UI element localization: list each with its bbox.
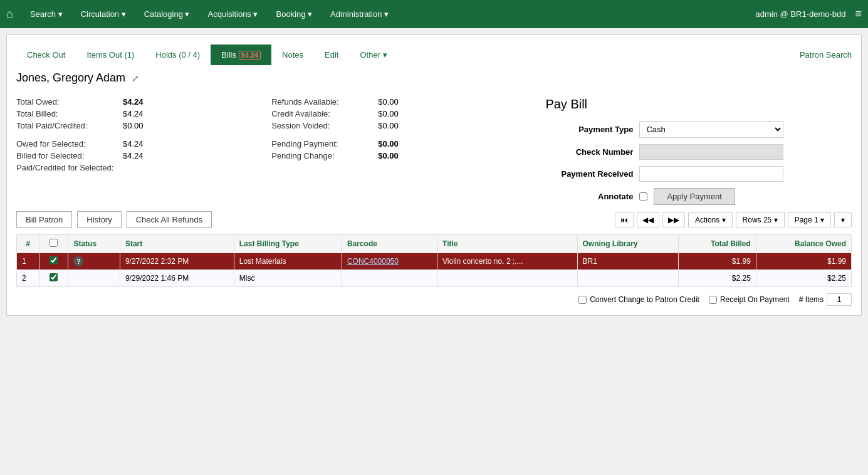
row1-checkbox[interactable] xyxy=(50,256,58,264)
bottom-row: Convert Change to Patron Credit Receipt … xyxy=(16,293,852,306)
nav-booking[interactable]: Booking ▾ xyxy=(268,3,320,25)
items-count-input[interactable] xyxy=(827,293,852,306)
table-body: 1 ? 9/27/2022 2:32 PM Lost Materials CON… xyxy=(17,253,852,287)
check-number-input[interactable] xyxy=(639,144,783,160)
payment-received-row: Payment Received xyxy=(545,166,852,182)
row1-barcode-link[interactable]: CONC4000050 xyxy=(347,257,399,266)
payment-type-row: Payment Type Cash Check Credit Card Patr… xyxy=(545,121,852,138)
payment-type-label: Payment Type xyxy=(545,125,633,134)
apply-payment-button[interactable]: Apply Payment xyxy=(654,188,735,205)
convert-change-text: Convert Change to Patron Credit xyxy=(590,295,699,304)
row2-check[interactable] xyxy=(39,270,68,287)
actions-dropdown[interactable]: Actions ▾ xyxy=(688,212,733,227)
row1-balance-owed: $1.99 xyxy=(756,253,851,270)
tab-holds[interactable]: Holds (0 / 4) xyxy=(145,44,211,65)
credit-row: Credit Available: $0.00 xyxy=(271,109,526,118)
pending-change-row: Pending Change: $0.00 xyxy=(271,151,526,160)
row2-num: 2 xyxy=(17,270,39,287)
col-check xyxy=(39,235,68,253)
row1-title: Violin concerto no. 2 ;.... xyxy=(437,253,577,270)
paid-selected-row: Paid/Credited for Selected: xyxy=(16,163,271,172)
row2-title xyxy=(437,270,577,287)
row2-balance-owed: $2.25 xyxy=(756,270,851,287)
nav-cataloging[interactable]: Cataloging ▾ xyxy=(137,3,197,25)
action-row: Bill Patron History Check All Refunds ⏮ … xyxy=(16,211,852,228)
table-row[interactable]: 1 ? 9/27/2022 2:32 PM Lost Materials CON… xyxy=(17,253,852,270)
nav-administration[interactable]: Administration ▾ xyxy=(323,3,396,25)
convert-change-label[interactable]: Convert Change to Patron Credit xyxy=(578,295,699,304)
select-all-checkbox[interactable] xyxy=(50,239,58,247)
row1-total-billed: $1.99 xyxy=(678,253,756,270)
more-dropdown[interactable]: ▾ xyxy=(834,212,852,227)
nav-search[interactable]: Search ▾ xyxy=(23,3,70,25)
patron-name: Jones, Gregory Adam xyxy=(16,71,125,85)
bills-table: # Status Start Last Billing Type Barcode… xyxy=(16,234,852,287)
nav-items: Search ▾ Circulation ▾ Cataloging ▾ Acqu… xyxy=(23,3,756,25)
total-paid-row: Total Paid/Credited: $0.00 xyxy=(16,121,271,130)
billed-selected-label: Billed for Selected: xyxy=(16,151,117,160)
total-owed-value: $4.24 xyxy=(123,97,144,107)
pay-bill-title: Pay Bill xyxy=(545,97,852,112)
tab-items-out[interactable]: Items Out (1) xyxy=(76,44,145,65)
next-page-button[interactable]: ▶▶ xyxy=(662,212,685,227)
tabs-row: Check Out Items Out (1) Holds (0 / 4) Bi… xyxy=(16,44,852,65)
receipt-label[interactable]: Receipt On Payment xyxy=(709,295,790,304)
session-voided-label: Session Voided: xyxy=(271,121,372,130)
tab-notes[interactable]: Notes xyxy=(271,44,314,65)
total-billed-row: Total Billed: $4.24 xyxy=(16,109,271,118)
billed-selected-value: $4.24 xyxy=(123,151,144,160)
first-page-button[interactable]: ⏮ xyxy=(615,212,634,227)
row1-start: 9/27/2022 2:32 PM xyxy=(120,253,234,270)
check-number-label: Check Number xyxy=(545,147,633,157)
page-dropdown[interactable]: Page 1 ▾ xyxy=(788,212,831,227)
hamburger-menu-icon[interactable]: ≡ xyxy=(855,8,862,21)
total-owed-row: Total Owed: $4.24 xyxy=(16,97,271,107)
pending-change-label: Pending Change: xyxy=(271,151,372,160)
check-all-refunds-button[interactable]: Check All Refunds xyxy=(127,211,212,228)
col-barcode: Barcode xyxy=(342,235,437,253)
row1-barcode: CONC4000050 xyxy=(342,253,437,270)
total-owed-label: Total Owed: xyxy=(16,97,117,107)
owed-selected-value: $4.24 xyxy=(123,139,144,149)
pending-payment-row: Pending Payment: $0.00 xyxy=(271,139,526,149)
owed-selected-label: Owed for Selected: xyxy=(16,139,117,149)
row1-check[interactable] xyxy=(39,253,68,270)
row2-start: 9/29/2022 1:46 PM xyxy=(120,270,234,287)
patron-search-link[interactable]: Patron Search xyxy=(800,50,852,60)
refunds-label: Refunds Available: xyxy=(271,97,372,107)
table-row[interactable]: 2 9/29/2022 1:46 PM Misc $2.25 $2.25 xyxy=(17,270,852,287)
history-button[interactable]: History xyxy=(77,211,121,228)
refunds-row: Refunds Available: $0.00 xyxy=(271,97,526,107)
nav-acquisitions[interactable]: Acquisitions ▾ xyxy=(201,3,266,25)
top-nav: ⌂ Search ▾ Circulation ▾ Cataloging ▾ Ac… xyxy=(0,0,868,28)
row2-checkbox[interactable] xyxy=(50,273,58,281)
pending-change-value: $0.00 xyxy=(378,151,399,160)
receipt-checkbox[interactable] xyxy=(709,296,717,304)
summary-paybill-section: Total Owed: $4.24 Total Billed: $4.24 To… xyxy=(16,97,852,211)
tab-other[interactable]: Other ▾ xyxy=(349,44,397,65)
annotate-checkbox[interactable] xyxy=(639,192,647,201)
total-billed-value: $4.24 xyxy=(123,109,144,118)
payment-type-select[interactable]: Cash Check Credit Card Patron Credit xyxy=(639,121,783,138)
session-voided-row: Session Voided: $0.00 xyxy=(271,121,526,130)
col-owning-library: Owning Library xyxy=(577,235,678,253)
credit-label: Credit Available: xyxy=(271,109,372,118)
expand-icon[interactable]: ⤢ xyxy=(132,73,139,83)
patron-header: Jones, Gregory Adam ⤢ xyxy=(16,71,852,85)
col-last-billing: Last Billing Type xyxy=(234,235,342,253)
bills-badge: $4.24 xyxy=(239,51,261,60)
rows-dropdown[interactable]: Rows 25 ▾ xyxy=(736,212,785,227)
nav-circulation[interactable]: Circulation ▾ xyxy=(73,3,133,25)
prev-page-button[interactable]: ◀◀ xyxy=(637,212,659,227)
tab-bills[interactable]: Bills $4.24 xyxy=(211,44,271,65)
annotate-label: Annotate xyxy=(545,192,633,201)
payment-received-input[interactable] xyxy=(639,166,783,182)
tab-check-out[interactable]: Check Out xyxy=(16,44,76,65)
credit-value: $0.00 xyxy=(378,109,399,118)
tab-edit[interactable]: Edit xyxy=(314,44,349,65)
home-icon[interactable]: ⌂ xyxy=(6,8,13,21)
bill-patron-button[interactable]: Bill Patron xyxy=(16,211,72,228)
col-balance-owed: Balance Owed xyxy=(756,235,851,253)
convert-change-checkbox[interactable] xyxy=(578,296,587,304)
info-icon: ? xyxy=(73,256,83,266)
